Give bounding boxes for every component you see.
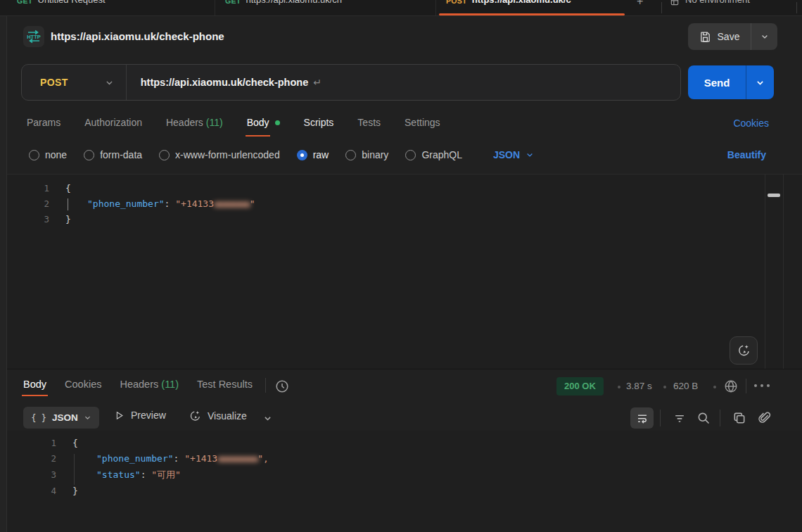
json-key: "phone_number" xyxy=(96,453,174,464)
copy-button[interactable] xyxy=(732,411,746,425)
method-selector[interactable]: POST xyxy=(40,77,68,88)
radio-circle xyxy=(159,150,170,160)
response-tab-headers[interactable]: Headers (11) xyxy=(120,379,179,390)
language-dropdown[interactable]: JSON xyxy=(493,149,534,160)
workspace-tab-1[interactable]: GET Untitled Request xyxy=(7,0,215,15)
separator-dot xyxy=(618,386,620,388)
radio-none[interactable]: none xyxy=(29,149,67,160)
environment-selector[interactable]: No environment xyxy=(670,0,750,6)
scrollbar-track[interactable] xyxy=(765,175,784,369)
radio-circle xyxy=(29,150,39,160)
radio-raw-selected[interactable]: raw xyxy=(297,149,329,160)
tab-authorization[interactable]: Authorization xyxy=(84,117,142,128)
send-button[interactable]: Send xyxy=(688,65,774,99)
preview-button[interactable]: Preview xyxy=(114,410,166,421)
app-window: GET Untitled Request GET https://api.xia… xyxy=(0,0,802,532)
tab-title: Untitled Request xyxy=(38,0,106,5)
chevron-down-icon xyxy=(760,32,769,41)
json-value-end: ", xyxy=(257,453,269,464)
request-title: https://api.xiaomu.uk/check-phone xyxy=(51,30,224,42)
chevron-down-icon xyxy=(526,151,534,159)
tab-title: https://api.xiaomu.uk/ch xyxy=(246,0,343,5)
visualize-button[interactable]: Visualize xyxy=(189,410,247,422)
tab-body[interactable]: Body xyxy=(247,117,280,128)
left-rail xyxy=(0,16,7,532)
headers-count: (11) xyxy=(161,379,179,390)
separator-dot xyxy=(663,386,666,388)
network-globe-icon[interactable] xyxy=(723,379,739,394)
workspace-tab-2[interactable]: GET https://api.xiaomu.uk/ch xyxy=(215,0,436,15)
radio-binary[interactable]: binary xyxy=(345,149,388,160)
tab-headers[interactable]: Headers (11) xyxy=(166,117,223,128)
visualize-options-chevron[interactable] xyxy=(263,414,272,423)
send-label[interactable]: Send xyxy=(688,65,746,99)
language-label: JSON xyxy=(493,149,520,160)
redacted-value: ●●●●●●●● xyxy=(214,198,250,209)
radio-x-www-form-urlencoded[interactable]: x-www-form-urlencoded xyxy=(159,149,280,160)
response-tab-cookies[interactable]: Cookies xyxy=(65,379,101,390)
radio-circle xyxy=(405,150,416,160)
redacted-value: ●●●●●●●●● xyxy=(217,453,257,464)
response-format-dropdown[interactable]: { } JSON xyxy=(23,407,99,429)
word-wrap-icon xyxy=(636,412,649,424)
radio-graphql[interactable]: GraphQL xyxy=(405,149,462,160)
response-tab-bar: Body Cookies Headers (11) Test Results xyxy=(23,379,253,390)
code-token: : xyxy=(165,198,176,209)
json-value: "+1413 xyxy=(184,453,217,464)
radio-form-data[interactable]: form-data xyxy=(84,149,142,160)
tab-tests[interactable]: Tests xyxy=(357,117,381,128)
json-key: "status" xyxy=(96,469,141,480)
tab-body-label: Body xyxy=(247,117,269,128)
search-button[interactable] xyxy=(696,411,711,425)
postbot-ai-button[interactable] xyxy=(730,336,758,365)
send-options-chevron[interactable] xyxy=(746,65,774,99)
line-number: 3 xyxy=(7,212,49,227)
new-tab-button[interactable]: + xyxy=(637,0,643,8)
word-wrap-button[interactable] xyxy=(630,407,654,429)
braces-icon: { } xyxy=(31,413,46,423)
request-tab-bar: Params Authorization Headers (11) Body S… xyxy=(21,117,440,128)
tab-method-badge: GET xyxy=(225,0,241,5)
tab-scripts[interactable]: Scripts xyxy=(304,117,334,128)
response-headers-label: Headers xyxy=(120,379,158,390)
link-button[interactable] xyxy=(758,411,772,425)
divider xyxy=(661,2,662,13)
cookies-link[interactable]: Cookies xyxy=(733,118,769,129)
line-number: 1 xyxy=(7,436,56,451)
more-actions-button[interactable] xyxy=(754,384,770,387)
response-history-icon[interactable] xyxy=(274,379,290,394)
save-icon xyxy=(699,31,711,43)
workspace-tab-3-active[interactable]: POST https://api.xiaomu.uk/c xyxy=(436,0,628,15)
tab-params[interactable]: Params xyxy=(27,117,61,128)
url-input[interactable]: https://api.xiaomu.uk/check-phone xyxy=(141,77,308,88)
response-tab-body[interactable]: Body xyxy=(23,379,46,390)
radio-circle xyxy=(345,150,356,160)
code-token: } xyxy=(65,214,71,224)
chevron-down-icon xyxy=(84,414,91,422)
chevron-down-icon[interactable] xyxy=(105,78,114,87)
return-key-glyph: ↵ xyxy=(313,77,322,88)
code-token: : xyxy=(174,453,185,464)
play-icon xyxy=(114,410,125,421)
tab-settings[interactable]: Settings xyxy=(405,117,440,128)
scrollbar-thumb[interactable] xyxy=(768,194,780,197)
format-label: JSON xyxy=(52,412,78,423)
line-number: 1 xyxy=(7,181,49,196)
headers-count: (11) xyxy=(206,117,223,128)
tab-title: https://api.xiaomu.uk/c xyxy=(472,0,571,5)
code-token: : xyxy=(141,469,152,480)
environment-label: No environment xyxy=(685,0,750,5)
divider xyxy=(796,2,797,13)
response-time: 3.87 s xyxy=(626,381,652,391)
filter-button[interactable] xyxy=(673,411,687,425)
save-options-chevron[interactable] xyxy=(751,23,777,50)
request-body-editor[interactable]: 1 { 2 "phone_number": "+14133●●●●●●●●" 3… xyxy=(7,174,802,369)
save-button[interactable]: Save xyxy=(688,23,777,50)
response-tab-test-results[interactable]: Test Results xyxy=(197,379,253,390)
json-value: "+14133 xyxy=(175,198,214,209)
save-button-main[interactable]: Save xyxy=(688,23,751,50)
divider xyxy=(746,379,746,393)
beautify-link[interactable]: Beautify xyxy=(727,149,766,160)
radio-label: form-data xyxy=(100,149,142,160)
response-body-editor[interactable]: 1 { 2 "phone_number": "+1413●●●●●●●●●", … xyxy=(7,431,802,532)
